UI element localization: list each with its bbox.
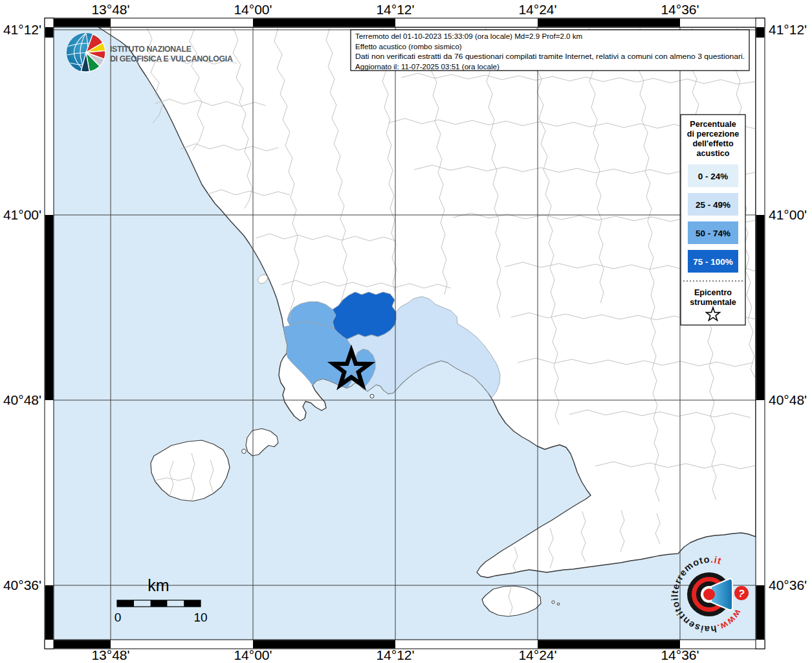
lon-label-top-2: 14°12' <box>376 2 414 17</box>
lon-label-bottom-4: 14°36' <box>661 647 699 662</box>
map-page: 13°48' 14°00' 14°12' 14°24' 14°36' 13°48… <box>0 0 812 663</box>
event-title-line3: Dati non verificati estratti da 76 quest… <box>355 52 745 60</box>
legend-label-75-100: 75 - 100% <box>693 257 733 267</box>
legend-label-25-49: 25 - 49% <box>696 200 730 210</box>
lat-label-right-1: 41°00' <box>769 207 807 222</box>
islet-nisida <box>370 394 374 398</box>
lon-label-bottom-1: 14°00' <box>234 647 272 662</box>
lat-label-left-2: 40°48' <box>3 392 41 407</box>
legend: Percentuale di percezione dell'effetto a… <box>681 115 745 325</box>
lon-label-top-4: 14°36' <box>661 2 699 17</box>
lat-label-left-1: 41°00' <box>3 207 41 222</box>
lat-label-right-2: 40°48' <box>769 392 807 407</box>
lat-label-right-0: 41°12' <box>769 22 807 37</box>
legend-title-line3: dell'effetto <box>692 139 733 148</box>
islet-li-galli-2 <box>557 603 560 605</box>
scale-unit-label: km <box>148 576 169 594</box>
lon-label-top-1: 14°00' <box>234 2 272 17</box>
ingv-name-line2: DI GEOFISICA E VULCANOLOGIA <box>110 54 233 63</box>
lon-label-top-0: 13°48' <box>91 2 129 17</box>
islet-li-galli-1 <box>552 601 554 603</box>
lat-label-right-3: 40°36' <box>769 578 807 592</box>
lon-label-bottom-3: 14°24' <box>518 647 556 662</box>
legend-title-line2: di percezione <box>687 129 739 139</box>
site-logo-center-dot <box>703 589 715 600</box>
lat-label-left-3: 40°36' <box>3 578 41 592</box>
event-title-line2: Effetto acustico (rombo sismico) <box>355 42 462 51</box>
ingv-globe-icon <box>67 33 105 72</box>
map-interior <box>54 27 756 640</box>
island-vivara <box>242 449 247 454</box>
scale-end-label: 10 <box>193 611 207 624</box>
legend-epicenter-line2: strumentale <box>690 298 736 307</box>
legend-title-line4: acustico <box>696 149 729 158</box>
map-canvas: 13°48' 14°00' 14°12' 14°24' 14°36' 13°48… <box>0 0 812 663</box>
legend-label-0-24: 0 - 24% <box>698 172 729 181</box>
event-title-line4: Aggiornato il: 11-07-2025 03:51 (ora loc… <box>355 62 499 71</box>
event-title-line1: Terremoto del 01-10-2023 15:33:09 (ora l… <box>355 32 582 40</box>
lat-label-left-0: 41°12' <box>3 22 41 37</box>
lon-label-top-3: 14°24' <box>518 2 556 17</box>
scale-start-label: 0 <box>115 611 122 624</box>
ingv-name-line1: ISTITUTO NAZIONALE <box>110 45 192 54</box>
legend-epicenter-line1: Epicentro <box>694 288 732 297</box>
legend-label-50-74: 50 - 74% <box>696 229 730 238</box>
lon-label-bottom-2: 14°12' <box>376 647 414 662</box>
legend-title-line1: Percentuale <box>690 120 736 129</box>
event-title-box: Terremoto del 01-10-2023 15:33:09 (ora l… <box>351 30 749 71</box>
lon-label-bottom-0: 13°48' <box>91 647 129 662</box>
